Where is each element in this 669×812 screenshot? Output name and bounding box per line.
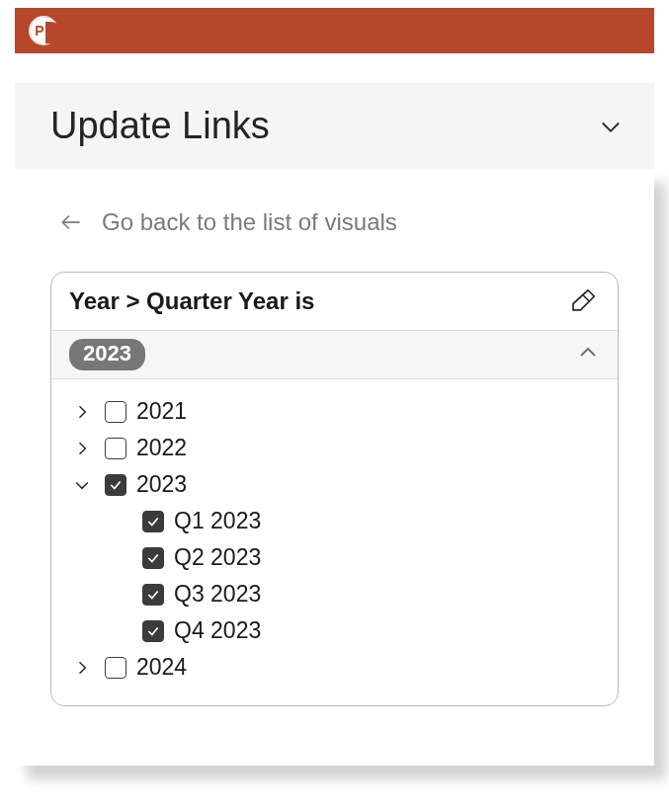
tree-row: 2024 (69, 649, 600, 686)
arrow-left-icon (58, 209, 84, 235)
pane-header: Update Links (15, 83, 654, 169)
pane-title: Update Links (50, 105, 270, 147)
chevron-right-icon (72, 402, 92, 422)
eraser-icon (568, 286, 598, 316)
check-icon (146, 588, 160, 602)
chevron-down-icon (597, 113, 625, 140)
chevron-up-icon (576, 341, 600, 365)
tree-checkbox[interactable] (142, 584, 164, 606)
powerpoint-logo (29, 16, 58, 45)
tree-expand-toggle[interactable] (69, 472, 95, 498)
check-icon (146, 624, 160, 638)
filter-value-badge[interactable]: 2023 (69, 339, 145, 370)
tree-checkbox[interactable] (105, 657, 126, 679)
tree-checkbox[interactable] (105, 438, 126, 459)
tree-item-label[interactable]: 2023 (136, 471, 187, 498)
pane-body: Go back to the list of visuals Year > Qu… (15, 169, 654, 766)
back-link-label: Go back to the list of visuals (102, 208, 397, 236)
pane-collapse-button[interactable] (597, 113, 625, 140)
tree-item-label[interactable]: 2022 (136, 435, 187, 461)
tree-checkbox[interactable] (142, 511, 164, 532)
tree-child-row: Q3 2023 (69, 576, 600, 612)
tree-child-row: Q2 2023 (69, 539, 600, 576)
svg-line-1 (583, 295, 589, 301)
tree-checkbox[interactable] (142, 620, 164, 642)
tree-item-label[interactable]: Q4 2023 (174, 617, 261, 644)
chevron-down-icon (72, 475, 92, 495)
tree-expand-toggle[interactable] (69, 399, 95, 425)
tree-item-label[interactable]: Q1 2023 (174, 508, 261, 534)
chevron-right-icon (72, 658, 92, 678)
tree-expand-toggle[interactable] (69, 655, 95, 681)
update-links-pane: Update Links Go back to the list of visu… (15, 83, 654, 766)
tree-child-row: Q4 2023 (69, 612, 600, 649)
check-icon (146, 515, 160, 528)
clear-filter-button[interactable] (568, 286, 598, 316)
tree-expand-toggle[interactable] (69, 436, 95, 461)
tree-checkbox[interactable] (105, 474, 126, 496)
filter-collapse-button[interactable] (576, 341, 600, 368)
check-icon (109, 478, 123, 492)
chevron-right-icon (72, 439, 92, 458)
filter-title: Year > Quarter Year is (69, 287, 314, 315)
filter-card: Year > Quarter Year is 2023 (50, 272, 619, 706)
tree-checkbox[interactable] (105, 401, 126, 423)
tree-child-row: Q1 2023 (69, 503, 600, 539)
filter-summary-row: 2023 (51, 330, 618, 379)
back-link[interactable]: Go back to the list of visuals (58, 208, 619, 236)
filter-header: Year > Quarter Year is (51, 273, 618, 330)
check-icon (146, 551, 160, 565)
tree-item-label[interactable]: 2024 (136, 654, 187, 681)
year-tree: 202120222023Q1 2023Q2 2023Q3 2023Q4 2023… (51, 379, 618, 705)
tree-checkbox[interactable] (142, 547, 164, 569)
app-titlebar (15, 8, 654, 53)
tree-item-label[interactable]: 2021 (136, 398, 187, 425)
tree-item-label[interactable]: Q2 2023 (174, 544, 261, 571)
tree-item-label[interactable]: Q3 2023 (174, 581, 261, 608)
tree-row: 2022 (69, 430, 600, 466)
tree-row: 2021 (69, 393, 600, 430)
tree-row: 2023 (69, 466, 600, 503)
